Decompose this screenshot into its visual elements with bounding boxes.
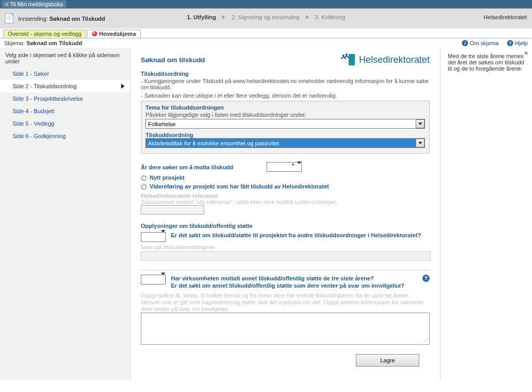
tilskuddsordning-heading: Tilskuddsordning	[141, 71, 430, 77]
tema-group: Tema for tilskuddsordningen Påvirker til…	[141, 101, 430, 154]
sidebar-heading: Velg side i skjemaet ved å klikke på sid…	[0, 51, 130, 67]
help-link[interactable]: ? Hjelp	[507, 40, 528, 46]
page-title: Innsending: Søknad om Tilskudd	[18, 16, 105, 22]
sidebar-item-side4[interactable]: Side 4 - Budsjett	[0, 105, 130, 117]
mottatt-annet-helptext: Oppgi hvilket år, beløp, til hvilket for…	[141, 292, 430, 313]
info-icon: i	[462, 40, 468, 46]
header: Innsending: Søknad om Tilskudd 1. Utfyll…	[0, 8, 532, 29]
svg-point-6	[342, 55, 344, 57]
tema-title: Tema for tilskuddsordningen	[145, 104, 425, 111]
sidebar-item-side3[interactable]: Side 3 - Prosjektbeskrivelse	[0, 92, 130, 105]
help-text: Med de tre siste årene menes det året de…	[448, 53, 525, 72]
chevron-right-icon	[222, 15, 225, 19]
chevron-right-icon	[305, 15, 309, 19]
chevron-down-icon	[161, 233, 165, 241]
radio-videreforing[interactable]: Videreføring av prosjekt som har fått ti…	[141, 183, 430, 190]
step-2: 2. Signering og innsending	[232, 14, 299, 20]
chevron-down-icon	[297, 164, 301, 170]
radio-nytt-prosjekt[interactable]: Nytt prosjekt	[141, 174, 430, 181]
tilskuddsordning-info-1: - Kunngjøringene under Tilskudd på www.h…	[141, 78, 430, 90]
ordninger-navn-input-disabled	[141, 251, 431, 261]
ref-title-disabled: Helsedirektoratets referanse	[141, 193, 430, 199]
helsedirektoratet-logo: Helsedirektoratet	[340, 53, 430, 66]
mottatt-annet-textarea[interactable]	[141, 313, 430, 345]
tab-hovedskjema[interactable]: Hovedskjema	[87, 30, 141, 38]
main: Velg side i skjemaet ved å klikke på sid…	[0, 48, 532, 380]
svg-point-7	[345, 53, 348, 56]
tema-text: Påvirker tilgjengelige valg i listen med…	[145, 112, 425, 118]
chevron-right-icon	[121, 84, 125, 89]
sokt-andre-label: Er det søkt om tilskudd/støtte til prosj…	[171, 232, 421, 238]
topbar: < Til Min meldingsboks	[0, 0, 532, 8]
chevron-down-icon	[416, 139, 424, 147]
document-icon	[4, 12, 16, 25]
chevron-down-icon	[416, 119, 424, 128]
error-icon	[92, 31, 97, 36]
year-select[interactable]: *	[267, 162, 302, 172]
sokt-andre-select[interactable]	[141, 232, 166, 242]
sidebar-item-side6[interactable]: Side 6 - Godkjenning	[0, 130, 130, 142]
organization-label: Helsedirektoratet	[484, 14, 527, 20]
tabbar: Oversikt - skjema og vedlegg Hovedskjema	[0, 29, 532, 38]
logo-icon	[340, 53, 356, 66]
ordninger-navn-label: Navn på tilskuddsordningene	[141, 244, 430, 250]
mottatt-annet-select[interactable]	[141, 275, 166, 285]
ordning-select[interactable]: Aktivitetstiltak for å motvirke ensomhet…	[145, 138, 425, 148]
year-label: År dere søker om å motta tilskudd	[141, 164, 233, 170]
help-icon[interactable]: ?	[422, 275, 430, 282]
tema-select[interactable]: Folkehelse	[145, 119, 425, 129]
sidebar-item-side1[interactable]: Side 1 - Søker	[0, 67, 130, 80]
sidebar-item-side2[interactable]: Side 2 - Tilskuddsordning	[0, 80, 130, 92]
sidebar-item-side5[interactable]: Side 5 - Vedlegg	[0, 117, 130, 130]
step-1: 1. Utfylling	[187, 14, 216, 20]
chevron-down-icon	[161, 275, 165, 284]
close-icon[interactable]: ×	[525, 50, 528, 56]
mottatt-annet-label-b: Er det søkt om annet tilskudd/offentlig …	[171, 282, 417, 289]
help-panel: × Med de tre siste årene menes det året …	[441, 48, 532, 380]
save-button[interactable]: Lagre	[356, 354, 419, 367]
tilskuddsordning-info-2: - Søknaden kan dere utdype i et eller fl…	[141, 92, 430, 99]
step-3: 3. Kvittering	[315, 14, 345, 20]
radio-icon	[141, 184, 147, 190]
question-icon: ?	[507, 40, 513, 46]
schema-line: Skjema: Søknad om Tilskudd i Om skjema ?…	[0, 38, 532, 48]
form-title: Søknad om tilskudd	[141, 56, 205, 64]
ref-input-disabled	[141, 205, 204, 214]
ordning-title: Tilskuddsordning	[145, 132, 425, 138]
back-to-inbox-button[interactable]: < Til Min meldingsboks	[2, 1, 67, 8]
ref-text-disabled: Saksnummer merket "vår referanse" i sist…	[141, 199, 430, 205]
about-schema-link[interactable]: i Om skjema	[462, 40, 499, 46]
opplysninger-heading: Opplysninger om tilskudd/offentlig støtt…	[141, 223, 430, 229]
svg-rect-5	[349, 54, 355, 65]
step-indicator: 1. Utfylling 2. Signering og innsending …	[187, 14, 345, 20]
required-marker: *	[292, 163, 294, 169]
tab-overview[interactable]: Oversikt - skjema og vedlegg	[3, 30, 86, 38]
mottatt-annet-label-a: Har virksomheten mottatt annet tilskudd/…	[171, 275, 417, 282]
form-column: Søknad om tilskudd Helsedirektoratet Til…	[130, 48, 441, 380]
sidebar: Velg side i skjemaet ved å klikke på sid…	[0, 48, 130, 380]
separator	[141, 270, 430, 271]
radio-icon	[141, 175, 147, 181]
